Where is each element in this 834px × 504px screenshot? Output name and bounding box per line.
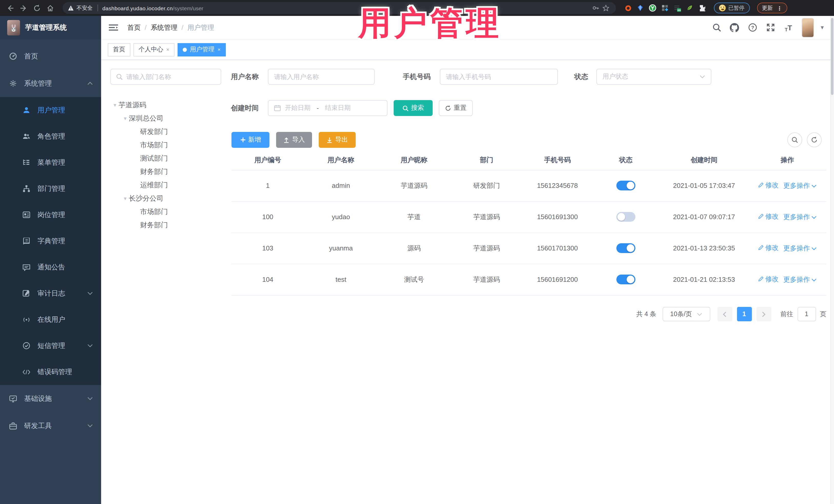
more-actions-link[interactable]: 更多操作 [783,275,816,285]
dept-search-box[interactable] [110,69,221,85]
sidebar-item-post-management[interactable]: 岗位管理 [0,202,101,228]
tab-profile[interactable]: 个人中心 × [133,43,175,56]
table-refresh-button[interactable] [807,132,822,147]
page-size-select[interactable]: 10条/页 [662,307,710,321]
mobile-input[interactable] [446,73,552,80]
status-toggle[interactable] [616,181,635,191]
tab-home[interactable]: 首页 [108,43,130,56]
sidebar-item-home[interactable]: 首页 [0,43,101,70]
edit-link[interactable]: 修改 [758,243,778,253]
extension-on-badge-icon[interactable]: on [673,4,681,12]
sidebar-item-infrastructure[interactable]: 基础设施 [0,385,101,412]
font-size-icon[interactable]: TT [784,23,793,32]
more-actions-link[interactable]: 更多操作 [783,181,816,191]
export-button-label: 导出 [335,135,348,144]
extension-gem-icon[interactable] [636,4,644,12]
tree-node-dept[interactable]: 财务部门 [108,219,226,232]
sidebar-item-user-management[interactable]: 用户管理 [0,97,101,123]
help-icon[interactable]: ? [748,23,757,32]
mobile-field[interactable] [440,69,558,85]
user-avatar[interactable] [802,18,814,37]
sidebar-item-sms-management[interactable]: 短信管理 [0,333,101,359]
import-button[interactable]: 导入 [276,132,312,148]
status-toggle[interactable] [616,275,635,284]
tree-node-dept[interactable]: 测试部门 [108,152,226,165]
sidebar-item-dev-tools[interactable]: 研发工具 [0,412,101,439]
extension-ubuntu-icon[interactable] [624,4,632,12]
github-icon[interactable] [730,23,739,32]
edit-link[interactable]: 修改 [758,212,778,221]
status-select[interactable]: 用户状态 [596,69,711,85]
app-logo[interactable]: 🐰 芋道管理系统 [0,16,101,40]
dept-search-input[interactable] [126,73,208,80]
breadcrumb-system[interactable]: 系统管理 [151,23,177,32]
daterange-field[interactable]: 开始日期 - 结束日期 [268,100,388,116]
caret-down-icon[interactable]: ▼ [122,116,129,121]
edit-link[interactable]: 修改 [758,275,778,284]
password-key-icon[interactable] [590,3,600,13]
sidebar-item-menu-management[interactable]: 菜单管理 [0,149,101,176]
sidebar-item-audit-log[interactable]: 审计日志 [0,280,101,306]
tree-node-dept[interactable]: 财务部门 [108,165,226,179]
more-actions-link[interactable]: 更多操作 [783,244,816,253]
extension-green-y-icon[interactable] [649,4,656,12]
browser-menu-icon[interactable]: ⋮ [777,5,782,11]
table-search-toggle-button[interactable] [787,132,802,147]
tree-node-branch[interactable]: ▼长沙分公司 [108,192,226,205]
reset-button[interactable]: 重置 [439,100,473,116]
tree-node-dept[interactable]: 市场部门 [108,138,226,152]
avatar-caret-icon[interactable]: ▼ [820,25,825,30]
breadcrumb-home[interactable]: 首页 [127,23,140,32]
fullscreen-icon[interactable] [766,23,775,32]
home-icon[interactable] [45,3,56,13]
address-bar[interactable]: 不安全 dashboard.yudao.iocoder.cn/system/us… [63,2,616,14]
goto-page-input[interactable] [797,307,816,321]
prev-page-button[interactable] [717,307,732,321]
profile-paused-chip[interactable]: 已暂停 [714,3,750,13]
sidebar-item-dict-management[interactable]: 字典管理 [0,228,101,254]
page-scrollbar[interactable] [830,16,834,504]
plus-icon [240,137,246,143]
status-toggle[interactable] [616,243,635,253]
extension-leaf-icon[interactable] [686,4,694,12]
tab-user-management[interactable]: 用户管理 × [178,43,226,56]
header-search-icon[interactable] [712,23,721,32]
sidebar-item-label: 审计日志 [38,289,65,298]
scrollbar-thumb[interactable] [831,18,833,95]
status-toggle[interactable] [616,212,635,222]
tree-node-root[interactable]: ▼芋道源码 [108,98,226,112]
sidebar-item-notice[interactable]: 通知公告 [0,254,101,280]
tab-close-icon[interactable]: × [166,47,169,52]
extension-grid-icon[interactable] [661,4,669,12]
caret-down-icon[interactable]: ▼ [122,196,129,201]
export-button[interactable]: 导出 [319,132,356,148]
next-page-button[interactable] [756,307,771,321]
extension-puzzle-icon[interactable] [698,4,706,12]
back-icon[interactable] [5,3,15,13]
reload-icon[interactable] [32,3,42,13]
chrome-update-button[interactable]: 更新 ⋮ [757,3,787,13]
tree-node-company[interactable]: ▼深圳总公司 [108,112,226,125]
site-security-badge[interactable]: 不安全 [68,4,93,12]
tree-node-dept[interactable]: 运维部门 [108,179,226,192]
edit-link[interactable]: 修改 [758,181,778,190]
username-field[interactable] [268,69,375,85]
forward-icon[interactable] [19,3,29,13]
page-number-active[interactable]: 1 [737,307,752,321]
sidebar-item-errorcode-management[interactable]: 错误码管理 [0,359,101,385]
download-icon [326,137,333,143]
username-input[interactable] [274,73,369,80]
sidebar-item-online-users[interactable]: 在线用户 [0,306,101,333]
tree-node-dept[interactable]: 研发部门 [108,125,226,138]
sidebar-item-system[interactable]: 系统管理 [0,70,101,97]
tab-close-icon[interactable]: × [218,47,221,52]
sidebar-collapse-icon[interactable] [109,23,119,31]
sidebar-item-role-management[interactable]: 角色管理 [0,123,101,149]
bookmark-star-icon[interactable] [600,3,611,13]
search-button[interactable]: 搜索 [394,100,433,116]
more-actions-link[interactable]: 更多操作 [783,213,816,222]
sidebar-item-dept-management[interactable]: 部门管理 [0,176,101,202]
caret-down-icon[interactable]: ▼ [111,103,118,108]
tree-node-dept[interactable]: 市场部门 [108,205,226,219]
add-button[interactable]: 新增 [232,132,269,148]
